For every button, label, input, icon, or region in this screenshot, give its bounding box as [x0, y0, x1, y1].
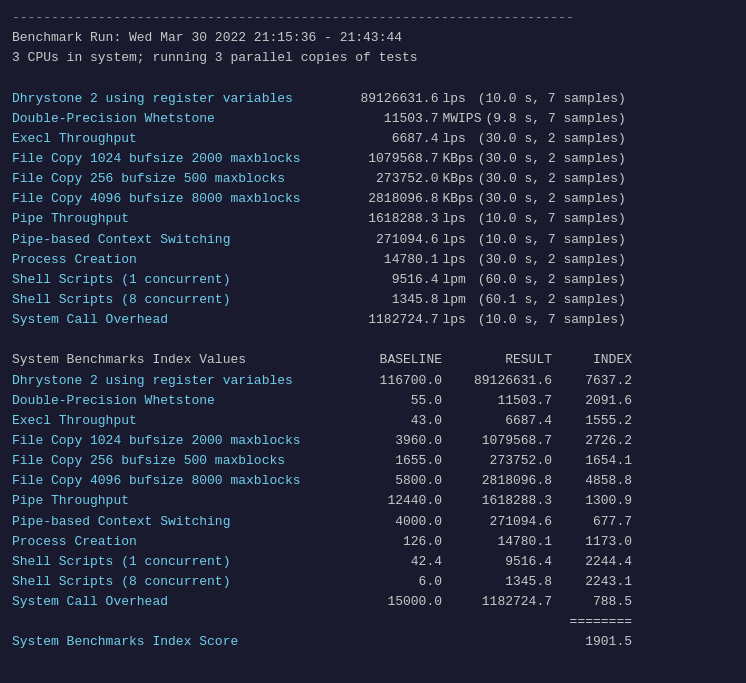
- index-row-result: 6687.4: [442, 411, 552, 431]
- benchmark-row: Shell Scripts (1 concurrent) 9516.4lpm (…: [12, 270, 734, 290]
- bench-value: 9516.4: [308, 270, 438, 290]
- index-row-index: 4858.8: [552, 471, 632, 491]
- benchmark-row: Dhrystone 2 using register variables 891…: [12, 89, 734, 109]
- benchmark-row: Shell Scripts (8 concurrent) 1345.8lpm (…: [12, 290, 734, 310]
- index-row-index: 1555.2: [552, 411, 632, 431]
- separator-top: ----------------------------------------…: [12, 8, 734, 28]
- index-data-row: File Copy 1024 bufsize 2000 maxblocks396…: [12, 431, 734, 451]
- index-data-row: Execl Throughput 43.06687.41555.2: [12, 411, 734, 431]
- bench-value: 89126631.6: [308, 89, 438, 109]
- index-row-baseline: 12440.0: [352, 491, 442, 511]
- terminal: ----------------------------------------…: [12, 8, 734, 683]
- bench-unit: lps: [438, 129, 465, 149]
- index-row-label: Pipe Throughput: [12, 491, 352, 511]
- bench-unit: lpm: [438, 290, 465, 310]
- index-row-index: 2726.2: [552, 431, 632, 451]
- bench-label: Shell Scripts (1 concurrent): [12, 270, 308, 290]
- equals-separator: ========: [12, 612, 734, 632]
- bench-value: 1618288.3: [308, 209, 438, 229]
- bench-value: 1079568.7: [308, 149, 438, 169]
- bench-label: File Copy 1024 bufsize 2000 maxblocks: [12, 149, 308, 169]
- bench-unit: MWIPS: [438, 109, 481, 129]
- index-row-baseline: 3960.0: [352, 431, 442, 451]
- benchmark-row: File Copy 256 bufsize 500 maxblocks 2737…: [12, 169, 734, 189]
- index-row-baseline: 6.0: [352, 572, 442, 592]
- index-header-label: System Benchmarks Index Values: [12, 350, 352, 370]
- bench-extra: (10.0 s, 7 samples): [466, 209, 626, 229]
- index-header-baseline: BASELINE: [352, 350, 442, 370]
- index-data-row: Dhrystone 2 using register variables1167…: [12, 371, 734, 391]
- bench-value: 11503.7: [308, 109, 438, 129]
- index-row-result: 271094.6: [442, 512, 552, 532]
- bench-value: 271094.6: [308, 230, 438, 250]
- bench-unit: KBps: [438, 149, 473, 169]
- bench-unit: lps: [438, 310, 465, 330]
- index-row-index: 7637.2: [552, 371, 632, 391]
- bench-label: Pipe-based Context Switching: [12, 230, 308, 250]
- index-data-row: Process Creation 126.014780.11173.0: [12, 532, 734, 552]
- benchmark-row: Pipe Throughput 1618288.3lps (10.0 s, 7 …: [12, 209, 734, 229]
- index-row-result: 89126631.6: [442, 371, 552, 391]
- bench-value: 1345.8: [308, 290, 438, 310]
- bench-extra: (60.1 s, 2 samples): [466, 290, 626, 310]
- index-row-index: 2091.6: [552, 391, 632, 411]
- index-row-label: Pipe-based Context Switching: [12, 512, 352, 532]
- index-header-result: RESULT: [442, 350, 552, 370]
- bench-label: Execl Throughput: [12, 129, 308, 149]
- index-row-result: 9516.4: [442, 552, 552, 572]
- bench-extra: (30.0 s, 2 samples): [466, 129, 626, 149]
- bench-extra: (10.0 s, 7 samples): [466, 230, 626, 250]
- benchmark-row: File Copy 4096 bufsize 8000 maxblocks 28…: [12, 189, 734, 209]
- bench-unit: lps: [438, 230, 465, 250]
- index-table: System Benchmarks Index ValuesBASELINERE…: [12, 350, 734, 652]
- benchmark-run-header: Benchmark Run: Wed Mar 30 2022 21:15:36 …: [12, 28, 734, 48]
- bench-label: Dhrystone 2 using register variables: [12, 89, 308, 109]
- benchmark-row: File Copy 1024 bufsize 2000 maxblocks 10…: [12, 149, 734, 169]
- index-row-label: File Copy 1024 bufsize 2000 maxblocks: [12, 431, 352, 451]
- bench-label: Process Creation: [12, 250, 308, 270]
- bench-unit: lps: [438, 209, 465, 229]
- score-value: 1901.5: [552, 632, 632, 652]
- index-row-index: 2243.1: [552, 572, 632, 592]
- index-data-row: System Call Overhead 15000.01182724.7788…: [12, 592, 734, 612]
- index-row-result: 1182724.7: [442, 592, 552, 612]
- index-row-result: 1618288.3: [442, 491, 552, 511]
- index-data-row: Pipe-based Context Switching 4000.027109…: [12, 512, 734, 532]
- bench-unit: lps: [438, 89, 465, 109]
- index-row-baseline: 42.4: [352, 552, 442, 572]
- benchmark-row: Execl Throughput 6687.4lps (30.0 s, 2 sa…: [12, 129, 734, 149]
- index-row-baseline: 15000.0: [352, 592, 442, 612]
- index-row-result: 11503.7: [442, 391, 552, 411]
- bench-label: File Copy 256 bufsize 500 maxblocks: [12, 169, 308, 189]
- index-data-row: Shell Scripts (8 concurrent) 6.01345.822…: [12, 572, 734, 592]
- index-row-result: 1079568.7: [442, 431, 552, 451]
- bench-value: 2818096.8: [308, 189, 438, 209]
- bench-value: 14780.1: [308, 250, 438, 270]
- index-row-baseline: 4000.0: [352, 512, 442, 532]
- bench-label: Pipe Throughput: [12, 209, 308, 229]
- index-row-index: 2244.4: [552, 552, 632, 572]
- benchmark-row: Pipe-based Context Switching 271094.6lps…: [12, 230, 734, 250]
- index-row-baseline: 5800.0: [352, 471, 442, 491]
- bench-extra: (30.0 s, 2 samples): [474, 169, 626, 189]
- index-row-index: 1300.9: [552, 491, 632, 511]
- bench-extra: (30.0 s, 2 samples): [466, 250, 626, 270]
- index-row-label: Shell Scripts (8 concurrent): [12, 572, 352, 592]
- index-data-row: File Copy 4096 bufsize 8000 maxblocks580…: [12, 471, 734, 491]
- index-row-result: 273752.0: [442, 451, 552, 471]
- bench-unit: lpm: [438, 270, 465, 290]
- bench-label: Shell Scripts (8 concurrent): [12, 290, 308, 310]
- index-data-row: Pipe Throughput 12440.01618288.31300.9: [12, 491, 734, 511]
- bench-label: File Copy 4096 bufsize 8000 maxblocks: [12, 189, 308, 209]
- bench-extra: (10.0 s, 7 samples): [466, 89, 626, 109]
- index-row-index: 1654.1: [552, 451, 632, 471]
- index-row-index: 788.5: [552, 592, 632, 612]
- index-row-baseline: 126.0: [352, 532, 442, 552]
- index-data-row: Double-Precision Whetstone 55.011503.720…: [12, 391, 734, 411]
- bench-unit: KBps: [438, 189, 473, 209]
- bench-unit: lps: [438, 250, 465, 270]
- benchmark-rows: Dhrystone 2 using register variables 891…: [12, 89, 734, 331]
- index-row-label: File Copy 256 bufsize 500 maxblocks: [12, 451, 352, 471]
- bench-extra: (30.0 s, 2 samples): [474, 189, 626, 209]
- index-row-label: Execl Throughput: [12, 411, 352, 431]
